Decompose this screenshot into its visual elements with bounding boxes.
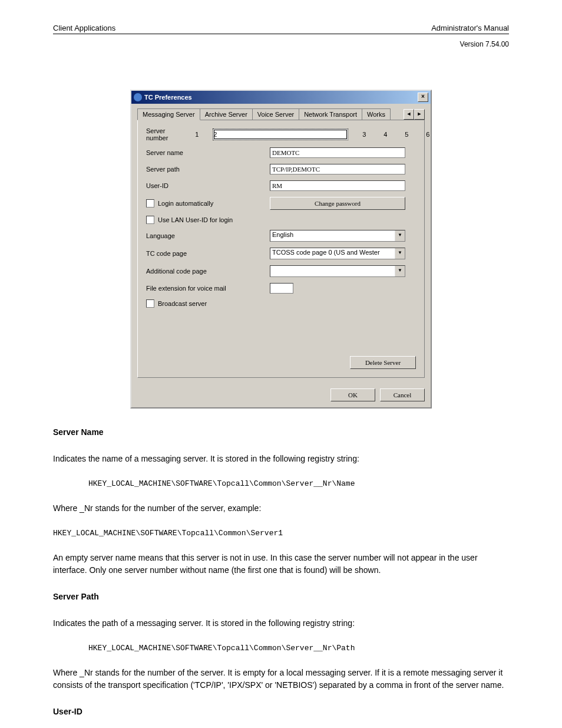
login-auto-label: Login automatically	[158, 200, 213, 207]
language-value: English	[270, 230, 395, 241]
chevron-down-icon: ▼	[395, 230, 405, 241]
sp-heading: Server Path	[53, 592, 99, 601]
sn-reg2: HKEY_LOCAL_MACHINE\SOFTWARE\Topcall\Comm…	[53, 529, 509, 538]
tabstrip: Messaging Server Archive Server Voice Se…	[137, 108, 425, 120]
hdr-left: Client Applications	[53, 24, 115, 32]
server-path-input[interactable]	[270, 164, 405, 174]
sp-reg: HKEY_LOCAL_MACHINE\SOFTWARE\Topcall\Comm…	[88, 644, 509, 653]
hdr-right: Administrator's Manual	[431, 24, 509, 32]
tc-codepage-label: TC code page	[146, 250, 270, 257]
tab-network-transport[interactable]: Network Transport	[299, 108, 362, 120]
language-label: Language	[146, 232, 270, 239]
add-codepage-select[interactable]: ▼	[270, 265, 405, 277]
dialog-title: TC Preferences	[144, 94, 192, 101]
use-lan-label: Use LAN User-ID for login	[158, 216, 233, 223]
sn-p2: Where _Nr stands for the number of the s…	[53, 502, 509, 515]
broadcast-checkbox[interactable]	[146, 299, 154, 308]
user-id-input[interactable]	[270, 180, 405, 191]
sn-reg: HKEY_LOCAL_MACHINE\SOFTWARE\Topcall\Comm…	[88, 479, 509, 488]
server-number-label: Server number	[146, 127, 168, 141]
tc-codepage-value: TCOSS code page 0 (US and Wester	[270, 248, 395, 259]
tab-voice-server[interactable]: Voice Server	[252, 108, 299, 120]
delete-server-button[interactable]: Delete Server	[350, 356, 416, 369]
ok-button[interactable]: OK	[330, 388, 375, 401]
login-auto-checkbox[interactable]	[146, 199, 154, 207]
tab-scroll-right-icon[interactable]: ►	[414, 109, 425, 120]
server-name-label: Server name	[146, 149, 270, 156]
user-id-label: User-ID	[146, 182, 270, 189]
tab-messaging-server[interactable]: Messaging Server	[137, 108, 200, 120]
server-path-label: Server path	[146, 166, 270, 173]
cancel-button[interactable]: Cancel	[380, 388, 425, 401]
sn-p3: An empty server name means that this ser…	[53, 552, 509, 577]
file-ext-label: File extension for voice mail	[146, 285, 270, 292]
use-lan-checkbox[interactable]	[146, 216, 154, 224]
server-number-6[interactable]: 6	[422, 129, 433, 140]
tc-codepage-select[interactable]: TCOSS code page 0 (US and Wester ▼	[270, 248, 405, 259]
sp-p1: Indicates the path of a messaging server…	[53, 617, 509, 630]
sp-p2: Where _Nr stands for the number of the s…	[53, 667, 509, 691]
server-number-2[interactable]: 2	[213, 129, 348, 140]
chevron-down-icon: ▼	[395, 248, 405, 259]
titlebar: TC Preferences ×	[131, 91, 431, 104]
server-number-5[interactable]: 5	[401, 129, 412, 140]
tab-archive-server[interactable]: Archive Server	[200, 108, 253, 120]
add-codepage-value	[270, 266, 395, 276]
sn-heading: Server Name	[53, 427, 104, 437]
tc-preferences-dialog: TC Preferences × Messaging Server Archiv…	[130, 90, 432, 409]
tab-works[interactable]: Works	[362, 108, 391, 120]
change-password-button[interactable]: Change password	[270, 197, 405, 210]
sn-p1: Indicates the name of a messaging server…	[53, 453, 509, 465]
server-number-3[interactable]: 3	[359, 129, 369, 140]
add-codepage-label: Additional code page	[146, 268, 270, 275]
chevron-down-icon: ▼	[395, 266, 405, 276]
app-icon	[134, 93, 142, 101]
server-number-1[interactable]: 1	[191, 129, 202, 140]
tab-scroll-left-icon[interactable]: ◄	[404, 109, 414, 120]
server-number-4[interactable]: 4	[380, 129, 391, 140]
ui-heading: User-ID	[53, 707, 82, 716]
server-name-input[interactable]	[270, 147, 405, 158]
file-ext-input[interactable]	[270, 283, 293, 294]
close-icon[interactable]: ×	[418, 93, 428, 102]
hdr-version: Version 7.54.00	[53, 40, 509, 48]
broadcast-label: Broadcast server	[158, 300, 207, 307]
language-select[interactable]: English ▼	[270, 230, 405, 242]
